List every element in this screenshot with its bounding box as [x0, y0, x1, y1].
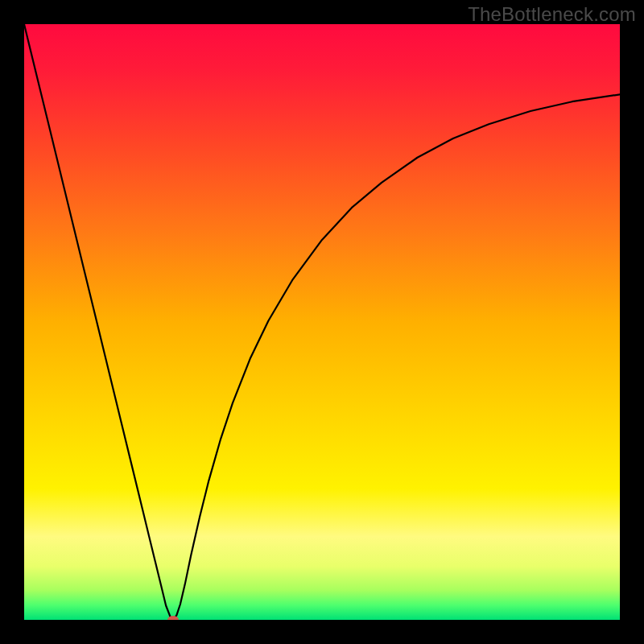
chart-frame: TheBottleneck.com — [0, 0, 644, 644]
bottleneck-chart — [24, 24, 620, 620]
gradient-background — [24, 24, 620, 620]
watermark-text: TheBottleneck.com — [468, 3, 636, 26]
plot-area — [24, 24, 620, 620]
